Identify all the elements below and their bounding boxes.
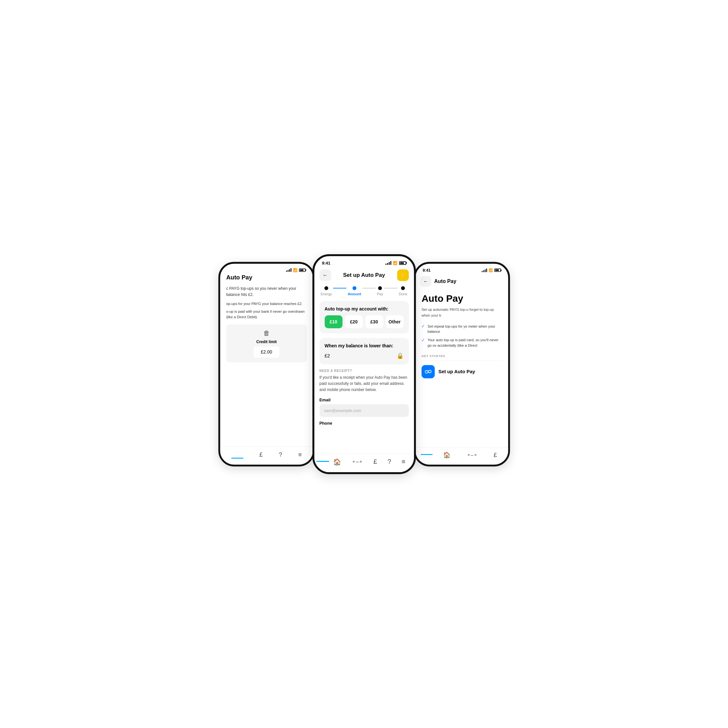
email-input[interactable]: sam@example.com xyxy=(320,404,409,417)
step-label-energy: Energy xyxy=(321,292,332,296)
center-wifi-icon: 📶 xyxy=(393,261,398,265)
right-status-bar: 9:41 📶 xyxy=(415,264,508,274)
left-status-bar: 📶 xyxy=(220,264,312,274)
right-time: 9:41 xyxy=(423,268,430,272)
right-phone: 9:41 📶 ← Auto Pay Auto Pay Set xyxy=(414,262,510,466)
activity-icon: ⚬–⚬ xyxy=(352,459,363,465)
left-page-title: Auto Pay xyxy=(226,274,307,281)
amount-section: Auto top-up my account with: £10 £20 £30… xyxy=(320,301,409,333)
left-phone: 📶 Auto Pay c PAYG top-ups so you never w… xyxy=(218,262,315,466)
step-label-amount: Amount xyxy=(348,292,361,296)
center-menu-icon: ≡ xyxy=(402,458,405,465)
left-nav-pound[interactable]: £ xyxy=(259,451,262,457)
left-bullet1: op-ups for your PAYG your balance reache… xyxy=(226,301,307,306)
step-dot-energy xyxy=(324,286,328,290)
center-nav-menu[interactable]: ≡ xyxy=(402,458,405,465)
left-status-icons: 📶 xyxy=(286,268,305,272)
lightning-button[interactable]: ⚡ xyxy=(397,269,409,281)
step-dot-pay xyxy=(378,286,382,290)
right-nav-pound[interactable]: £ xyxy=(494,451,497,458)
left-bullet2: o-up is paid with your bank ll never go … xyxy=(226,309,307,319)
center-header: ← Set up Auto Pay ⚡ xyxy=(314,268,414,285)
left-signal-icon xyxy=(286,268,291,272)
amount-btn-10[interactable]: £10 xyxy=(325,315,343,328)
left-nav-active-bar xyxy=(231,457,243,459)
left-bottom-nav: £ ? ≡ xyxy=(220,446,312,464)
right-wifi-icon: 📶 xyxy=(488,268,492,272)
amount-options: £10 £20 £30 Other xyxy=(325,315,404,328)
left-nav-menu[interactable]: ≡ xyxy=(298,451,302,457)
check-item-1: ✓ Set repeat top-ups for yo meter when y… xyxy=(421,323,502,334)
center-phone: 9:41 📶 ← Set up Auto Pay ⚡ xyxy=(312,254,416,474)
right-status-icons: 📶 xyxy=(482,268,501,272)
balance-section: When my balance is lower than: £2 🔒 xyxy=(320,338,409,364)
pound-icon: £ xyxy=(259,451,262,457)
step-dot-done xyxy=(401,286,405,290)
credit-limit-label: Credit limit xyxy=(256,339,277,344)
step-line-2 xyxy=(362,288,376,289)
amount-heading: Auto top-up my account with: xyxy=(325,306,404,312)
step-line-3 xyxy=(384,288,398,289)
phone-label: Phone xyxy=(320,421,409,426)
balance-heading: When my balance is lower than: xyxy=(325,343,404,348)
right-nav-activity[interactable]: ⚬–⚬ xyxy=(467,452,477,458)
center-help-icon: ? xyxy=(387,458,391,465)
right-page-big-title: Auto Pay xyxy=(421,293,502,304)
center-nav-help[interactable]: ? xyxy=(387,458,391,465)
center-bottom-nav: 🏠 ⚬–⚬ £ ? ≡ xyxy=(314,454,414,472)
step-amount: Amount xyxy=(348,286,361,296)
check-text-2: Your auto top-up is paid card, so you'll… xyxy=(427,337,502,348)
center-nav-home[interactable]: 🏠 xyxy=(333,458,341,466)
center-status-bar: 9:41 📶 xyxy=(314,256,414,268)
right-nav-home[interactable]: 🏠 xyxy=(443,451,450,458)
right-header: ← Auto Pay xyxy=(415,274,508,290)
trash-icon[interactable]: 🗑 xyxy=(263,329,269,337)
credit-limit-value: £2.00 xyxy=(254,346,280,357)
amount-btn-30[interactable]: £30 xyxy=(366,315,383,328)
step-label-done: Done xyxy=(399,292,407,296)
divider xyxy=(421,360,502,361)
center-nav-active-bar xyxy=(316,461,329,462)
center-nav-activity[interactable]: ⚬–⚬ xyxy=(352,459,363,465)
right-battery-icon xyxy=(494,268,501,272)
right-home-icon: 🏠 xyxy=(443,451,450,458)
amount-btn-other[interactable]: Other xyxy=(386,315,404,328)
right-nav-active-bar xyxy=(421,454,433,455)
setup-btn-text: Set up Auto Pay xyxy=(438,369,475,374)
setup-autopay-button[interactable]: Set up Auto Pay xyxy=(421,365,502,378)
infinity-icon xyxy=(425,368,431,375)
center-header-title: Set up Auto Pay xyxy=(343,272,385,278)
step-dot-amount xyxy=(353,286,356,290)
left-battery-icon xyxy=(299,268,305,271)
receipt-description: If you'd like a receipt when your Auto P… xyxy=(320,375,409,393)
receipt-section: NEED A RECEIPT? If you'd like a receipt … xyxy=(314,369,414,426)
home-icon: 🏠 xyxy=(333,458,341,466)
balance-value: £2 xyxy=(325,353,330,358)
center-nav-pound[interactable]: £ xyxy=(373,458,377,465)
right-back-button[interactable]: ← xyxy=(420,276,431,286)
right-activity-icon: ⚬–⚬ xyxy=(467,452,477,458)
step-line-1 xyxy=(333,288,346,289)
menu-icon: ≡ xyxy=(298,451,302,457)
setup-btn-icon xyxy=(421,365,435,378)
right-description: Set up automatic PAYG top-u forget to to… xyxy=(421,307,502,318)
back-button[interactable]: ← xyxy=(320,269,331,281)
center-battery-icon xyxy=(399,261,406,265)
left-description: c PAYG top-ups so you never when your ba… xyxy=(226,286,307,297)
center-time: 9:41 xyxy=(322,261,330,266)
step-energy: Energy xyxy=(321,286,332,296)
step-pay: Pay xyxy=(377,286,383,296)
left-nav-help[interactable]: ? xyxy=(279,451,282,457)
right-check-list: ✓ Set repeat top-ups for yo meter when y… xyxy=(421,323,502,348)
checkmark-1: ✓ xyxy=(421,323,425,334)
lock-icon: 🔒 xyxy=(396,352,404,359)
center-pound-icon: £ xyxy=(373,458,377,465)
stepper: Energy Amount Pay Done xyxy=(314,285,414,301)
receipt-heading: NEED A RECEIPT? xyxy=(320,369,409,373)
right-content: Auto Pay Set up automatic PAYG top-u for… xyxy=(415,291,508,411)
center-signal-icon xyxy=(385,261,392,265)
step-done: Done xyxy=(399,286,407,296)
right-bottom-nav: 🏠 ⚬–⚬ £ xyxy=(415,447,508,464)
amount-btn-20[interactable]: £20 xyxy=(345,315,363,328)
check-item-2: ✓ Your auto top-up is paid card, so you'… xyxy=(421,337,502,348)
